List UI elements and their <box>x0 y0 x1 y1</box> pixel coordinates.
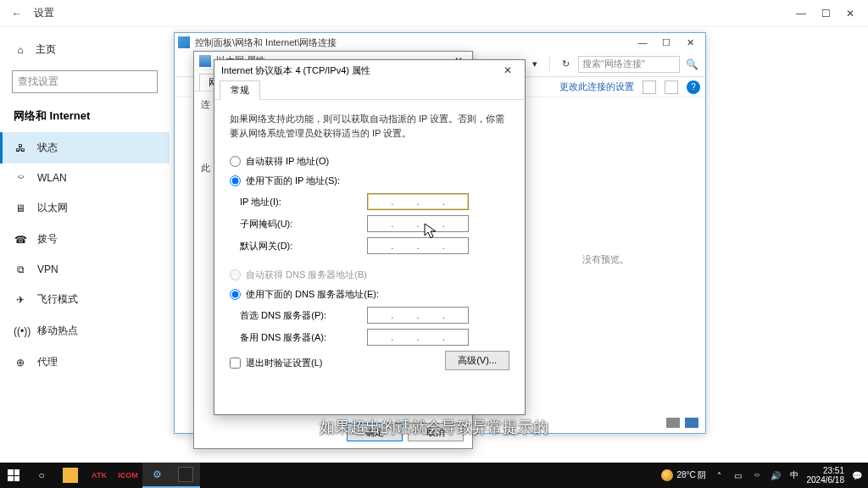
taskbar-settings[interactable]: ⚙ <box>142 463 171 488</box>
home-label: 主页 <box>36 42 56 57</box>
date-label: 2024/6/18 <box>807 475 845 485</box>
nav-item-4[interactable]: ⧉VPN <box>0 255 170 284</box>
tray-chevron[interactable]: ˄ <box>714 471 726 480</box>
nav-icon: 🖧 <box>14 142 27 154</box>
cp-refresh[interactable]: ↻ <box>557 57 575 71</box>
validate-label: 退出时验证设置(L) <box>246 357 322 369</box>
manual-dns-radio-row[interactable]: 使用下面的 DNS 服务器地址(E): <box>230 285 509 304</box>
cp-search[interactable]: 搜索"网络连接" <box>578 56 680 73</box>
home-row[interactable]: ⌂ 主页 <box>0 36 170 64</box>
nav-item-5[interactable]: ✈飞行模式 <box>0 284 170 315</box>
tray-notifications[interactable]: 💬 <box>851 471 863 480</box>
taskbar: ○ ATK ICOM ⚙ 28°C 阴 ˄ ▭ ⌔ 🔊 中 23:51 2024… <box>0 463 868 488</box>
mask-input[interactable]: ... <box>367 215 469 232</box>
dns2-input[interactable]: ... <box>367 329 469 346</box>
auto-ip-radio[interactable] <box>230 156 241 167</box>
nav-icon: ⊕ <box>14 357 27 369</box>
nav-icon: ((•)) <box>14 325 27 337</box>
ip-input[interactable]: ... <box>367 193 469 210</box>
taskbar-search[interactable]: ○ <box>27 463 56 488</box>
cp-minimize[interactable]: — <box>631 35 654 50</box>
ipv4-title: Internet 协议版本 4 (TCP/IPv4) 属性 <box>221 64 370 77</box>
nav-item-0[interactable]: 🖧状态 <box>0 132 170 164</box>
ipv4-description: 如果网络支持此功能，则可以获取自动指派的 IP 设置。否则，你需要从网络系统管理… <box>230 112 509 140</box>
start-button[interactable] <box>0 463 27 488</box>
gateway-input[interactable]: ... <box>367 237 469 254</box>
taskbar-app-1[interactable]: ATK <box>85 463 114 488</box>
auto-dns-radio-row: 自动获得 DNS 服务器地址(B) <box>230 265 509 285</box>
cp-close[interactable]: ✕ <box>678 35 702 50</box>
validate-checkbox[interactable] <box>230 358 241 369</box>
weather-icon <box>661 469 673 481</box>
tray-battery[interactable]: ▭ <box>732 471 744 480</box>
back-button[interactable]: ← <box>7 8 27 19</box>
nav-item-7[interactable]: ⊕代理 <box>0 347 170 378</box>
section-label: 网络和 Internet <box>0 103 170 132</box>
taskbar-clock[interactable]: 23:51 2024/6/18 <box>807 466 845 485</box>
auto-dns-label: 自动获得 DNS 服务器地址(B) <box>246 269 367 281</box>
manual-ip-radio[interactable] <box>230 175 241 186</box>
nav-label: VPN <box>37 263 58 275</box>
settings-titlebar: ← 设置 — ☐ ✕ <box>0 0 868 27</box>
details-view-icon[interactable] <box>666 418 680 428</box>
cp-dropdown[interactable]: ▾ <box>527 57 542 71</box>
adapter-icon <box>199 55 211 67</box>
gateway-label: 默认网关(D): <box>240 240 367 252</box>
manual-dns-radio[interactable] <box>230 289 241 300</box>
cp-maximize[interactable]: ☐ <box>654 35 678 50</box>
nav-icon: 🖥 <box>14 202 27 214</box>
nav-label: 以太网 <box>37 201 68 215</box>
search-icon[interactable]: 🔍 <box>683 58 700 70</box>
close-button[interactable]: ✕ <box>846 8 854 19</box>
nav-item-6[interactable]: ((•))移动热点 <box>0 315 170 347</box>
view-button-2[interactable] <box>665 80 678 94</box>
nav-label: 代理 <box>37 355 58 369</box>
subtitle-overlay: 如果超出的话就会导致异常提示的 <box>320 417 548 437</box>
cp-title: 控制面板\网络和 Internet\网络连接 <box>195 36 337 49</box>
time-label: 23:51 <box>807 466 845 475</box>
weather-widget[interactable]: 28°C 阴 <box>661 469 706 481</box>
dns2-label: 备用 DNS 服务器(A): <box>240 331 367 344</box>
mask-label: 子网掩码(U): <box>240 218 367 230</box>
change-settings-link[interactable]: 更改此连接的设置 <box>559 80 634 93</box>
settings-sidebar: ⌂ 主页 查找设置 网络和 Internet 🖧状态⌔WLAN🖥以太网☎拨号⧉V… <box>0 27 170 488</box>
tiles-view-icon[interactable] <box>685 418 698 428</box>
taskbar-terminal[interactable] <box>171 463 200 488</box>
weather-text: 28°C 阴 <box>676 469 706 481</box>
auto-ip-label: 自动获得 IP 地址(O) <box>246 155 329 168</box>
tray-volume[interactable]: 🔊 <box>770 471 782 480</box>
settings-title: 设置 <box>34 6 54 20</box>
nav-item-2[interactable]: 🖥以太网 <box>0 192 170 224</box>
nav-icon: ⧉ <box>14 263 27 275</box>
nav-label: 飞行模式 <box>37 292 78 307</box>
advanced-button[interactable]: 高级(V)... <box>445 351 509 370</box>
view-button-1[interactable] <box>643 80 656 94</box>
nav-label: WLAN <box>37 172 67 184</box>
manual-dns-label: 使用下面的 DNS 服务器地址(E): <box>246 288 379 301</box>
tray-ime[interactable]: 中 <box>788 469 800 481</box>
cp-titlebar: 控制面板\网络和 Internet\网络连接 — ☐ ✕ <box>175 33 705 52</box>
nav-label: 状态 <box>37 141 58 155</box>
manual-ip-label: 使用下面的 IP 地址(S): <box>246 175 340 187</box>
manual-ip-radio-row[interactable]: 使用下面的 IP 地址(S): <box>230 171 509 191</box>
tab-general[interactable]: 常规 <box>220 80 260 100</box>
nav-item-3[interactable]: ☎拨号 <box>0 224 170 255</box>
dns1-label: 首选 DNS 服务器(P): <box>240 309 367 322</box>
maximize-button[interactable]: ☐ <box>821 8 831 19</box>
home-icon: ⌂ <box>14 44 27 56</box>
help-icon[interactable]: ? <box>687 80 700 94</box>
taskbar-app-2[interactable]: ICOM <box>114 463 142 488</box>
nav-icon: ☎ <box>14 234 27 246</box>
auto-dns-radio <box>230 269 241 280</box>
auto-ip-radio-row[interactable]: 自动获得 IP 地址(O) <box>230 152 509 171</box>
minimize-button[interactable]: — <box>796 8 806 19</box>
taskbar-taskview[interactable] <box>56 463 85 488</box>
nav-label: 拨号 <box>37 232 58 247</box>
ip-label: IP 地址(I): <box>240 196 367 208</box>
nav-label: 移动热点 <box>37 324 78 338</box>
dns1-input[interactable]: ... <box>367 307 469 324</box>
tray-network[interactable]: ⌔ <box>751 471 763 480</box>
nav-item-1[interactable]: ⌔WLAN <box>0 164 170 192</box>
ipv4-close[interactable]: ✕ <box>498 64 518 76</box>
search-input[interactable]: 查找设置 <box>12 70 158 93</box>
